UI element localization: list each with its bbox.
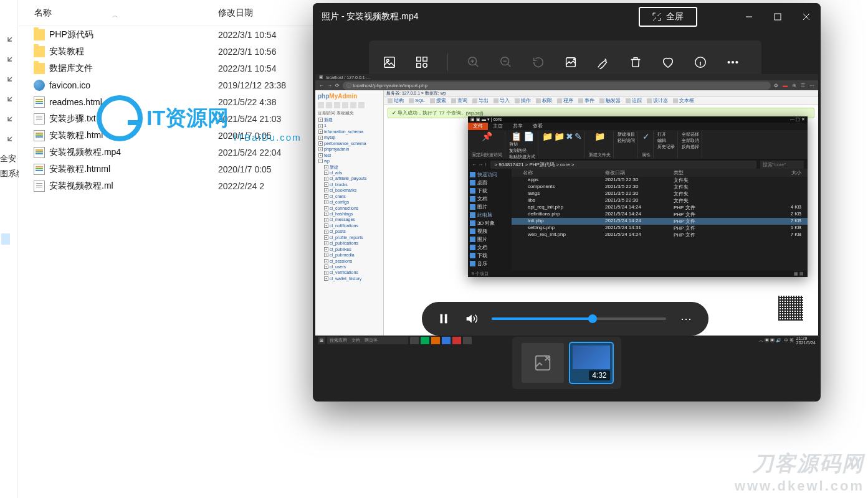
pma-table-item[interactable]: + cl_users xyxy=(317,264,382,270)
file-row[interactable]: 安装步骤.txt2021/5/24 21:03 xyxy=(19,110,318,127)
ribbon-tab[interactable]: 主页 xyxy=(488,123,508,130)
image-icon[interactable] xyxy=(383,55,396,69)
pma-sidebar[interactable]: phpMyAdmin 近期访问 表收藏夹 + 新建+ 1+ informatio… xyxy=(315,90,384,337)
fe-tree-item[interactable]: 文档 xyxy=(470,195,510,203)
pma-db-item[interactable]: − wp xyxy=(317,158,382,164)
pma-menu-item[interactable]: 追踪 xyxy=(626,97,642,104)
pma-menu-item[interactable]: 程序 xyxy=(557,97,573,104)
file-row[interactable]: readmes.html2021/5/22 4:38 xyxy=(19,93,318,110)
fe-tree[interactable]: 快速访问桌面下载文档图片此电脑3D 对象视频图片文档下载音乐 xyxy=(468,169,512,271)
photos-titlebar[interactable]: 照片 - 安装视频教程.mp4 全屏 xyxy=(313,3,821,31)
pma-menu-item[interactable]: 事件 xyxy=(578,97,594,104)
pma-table-item[interactable]: + cl_connections xyxy=(317,205,382,211)
zoom-in-icon[interactable] xyxy=(467,55,480,69)
fe-file-row[interactable]: init.php2021/5/24 14:24PHP 文件7 KB xyxy=(512,218,808,225)
pma-menu-item[interactable]: 触发器 xyxy=(599,97,621,104)
file-row[interactable]: 安装教程.htmml2020/1/7 0:05 xyxy=(19,161,318,177)
fe-tree-item[interactable]: 此电脑 xyxy=(470,211,510,219)
fe-tree-item[interactable]: 快速访问 xyxy=(470,171,510,179)
pma-menu-item[interactable]: 查询 xyxy=(451,97,467,104)
pma-db-item[interactable]: + mysql xyxy=(317,134,382,140)
fe-tree-item[interactable]: 视频 xyxy=(470,227,510,235)
pma-table-item[interactable]: + cl_publikes xyxy=(317,247,382,252)
thumbnail-missing[interactable] xyxy=(522,343,564,383)
reload-icon[interactable]: ⟳ xyxy=(335,83,340,88)
fullscreen-button[interactable]: 全屏 xyxy=(639,7,697,27)
fe-titlebar[interactable]: ▣ ▣ ▬ ▾ | core— ▢ ✕ xyxy=(468,116,808,123)
file-row[interactable]: PHP源代码2022/3/1 10:54 xyxy=(19,26,318,43)
col-date-label[interactable]: 修改日期 xyxy=(218,7,318,19)
pma-table-item[interactable]: + cl_profile_reports xyxy=(317,235,382,240)
file-row[interactable]: 安装视频教程.mp42021/5/24 22:04 xyxy=(19,144,318,161)
pma-table-item[interactable]: + cl_blocks xyxy=(317,182,382,187)
pause-button[interactable] xyxy=(437,312,451,326)
taskbar-search[interactable]: 搜索应用、文档、网页等 xyxy=(327,337,408,344)
fe-tree-item[interactable]: 下载 xyxy=(470,251,510,260)
maximize-button[interactable] xyxy=(763,3,792,31)
fe-file-row[interactable]: libs2021/3/5 22:30文件夹 xyxy=(512,197,808,204)
pma-table-item[interactable]: + cl_ads xyxy=(317,170,382,176)
pma-menu-item[interactable]: 权限 xyxy=(536,97,552,104)
pma-table-item[interactable]: + cl_hashtags xyxy=(317,211,382,217)
fe-file-row[interactable]: web_req_init.php2021/5/24 14:24PHP 文件7 K… xyxy=(512,232,808,238)
pma-menu-item[interactable]: 导出 xyxy=(472,97,489,104)
minimize-button[interactable] xyxy=(735,3,763,31)
pma-table-item[interactable]: + cl_bookmarks xyxy=(317,187,382,193)
fe-tree-item[interactable]: 3D 对象 xyxy=(470,219,510,227)
pma-db-item[interactable]: + phpmyadmin xyxy=(317,146,382,152)
back-icon[interactable]: ← xyxy=(319,83,324,88)
file-row[interactable]: 安装视频教程.ml2022/2/24 2 xyxy=(19,177,318,194)
ribbon-tab[interactable]: 共享 xyxy=(508,123,528,130)
pma-menu-item[interactable]: 结构 xyxy=(388,97,404,104)
pma-db-item[interactable]: + information_schema xyxy=(317,129,382,134)
fe-file-row[interactable]: components2021/3/5 22:30文件夹 xyxy=(512,184,808,190)
forward-icon[interactable]: → xyxy=(327,83,332,88)
file-row[interactable]: favicon.ico2019/12/12 23:38 xyxy=(19,77,318,93)
pma-table-item[interactable]: + cl_messages xyxy=(317,217,382,222)
playback-more-button[interactable]: ⋯ xyxy=(680,312,694,326)
fe-tree-item[interactable]: 下载 xyxy=(470,187,510,195)
apps-icon[interactable] xyxy=(415,55,429,69)
fe-tree-item[interactable]: 图片 xyxy=(470,203,510,211)
seek-bar[interactable] xyxy=(492,317,666,320)
pma-menu-item[interactable]: 导入 xyxy=(494,97,510,104)
favorite-icon[interactable] xyxy=(661,55,675,69)
pma-db-item[interactable]: + 1 xyxy=(317,123,382,128)
file-row[interactable]: 数据库文件2022/3/1 10:54 xyxy=(19,60,318,77)
col-name-label[interactable]: 名称 xyxy=(34,7,52,17)
fe-file-row[interactable]: apps2021/3/5 22:30文件夹 xyxy=(512,177,808,184)
pma-table-item[interactable]: + 新建 xyxy=(317,164,382,170)
file-row[interactable]: 安装教程.html2020/1/7 0:05 xyxy=(19,127,318,144)
pma-menu-item[interactable]: 操作 xyxy=(515,97,531,104)
browser-tab[interactable]: ▣ localhost / 127.0.0.1 … xyxy=(315,74,818,80)
pma-table-item[interactable]: + cl_sessions xyxy=(317,258,382,264)
rotate-icon[interactable] xyxy=(532,55,545,69)
pma-menu-item[interactable]: 文本框 xyxy=(673,97,694,104)
pma-table-item[interactable]: + cl_notifications xyxy=(317,223,382,228)
thumbnail-current[interactable]: 4:32 xyxy=(570,343,613,383)
pma-table-item[interactable]: + cl_pubmedia xyxy=(317,252,382,258)
pma-table-item[interactable]: + cl_chats xyxy=(317,194,382,199)
more-icon[interactable] xyxy=(726,55,740,69)
ribbon-tab[interactable]: 文件 xyxy=(468,123,488,130)
info-icon[interactable] xyxy=(694,55,707,69)
fe-navbar[interactable]: ← → ↑ > 904817421 > PHP源代码 > core > 搜索"c… xyxy=(468,160,808,169)
pma-table-item[interactable]: + cl_affiliate_payouts xyxy=(317,176,382,181)
zoom-out-icon[interactable] xyxy=(499,55,513,69)
pma-table-item[interactable]: + cl_posts xyxy=(317,228,382,234)
fe-file-row[interactable]: definitions.php2021/5/24 14:24PHP 文件2 KB xyxy=(512,211,808,218)
file-row[interactable]: 安装教程2022/3/1 10:56 xyxy=(19,43,318,60)
pma-table-item[interactable]: + cl_wallet_history xyxy=(317,276,382,281)
fe-tree-item[interactable]: 音乐 xyxy=(470,260,510,268)
fe-tree-item[interactable]: 图片 xyxy=(470,235,510,243)
pma-menu-item[interactable]: 设计器 xyxy=(647,97,668,104)
pma-table-item[interactable]: + cl_publications xyxy=(317,240,382,246)
fe-file-row[interactable]: settings.php2021/5/24 14:31PHP 文件1 KB xyxy=(512,225,808,232)
seek-thumb[interactable] xyxy=(588,314,597,323)
close-button[interactable] xyxy=(792,3,821,31)
browser-urlbar[interactable]: ← → ⟳ ⓘ localhost/phpmyadmin/import.php … xyxy=(315,80,818,90)
fe-file-row[interactable]: api_req_init.php2021/5/24 14:24PHP 文件4 K… xyxy=(512,204,808,211)
fe-file-list[interactable]: 名称 修改日期 类型 大小 apps2021/3/5 22:30文件夹compo… xyxy=(512,169,808,271)
fe-tree-item[interactable]: 桌面 xyxy=(470,179,510,187)
ribbon-tab[interactable]: 查看 xyxy=(528,123,548,130)
